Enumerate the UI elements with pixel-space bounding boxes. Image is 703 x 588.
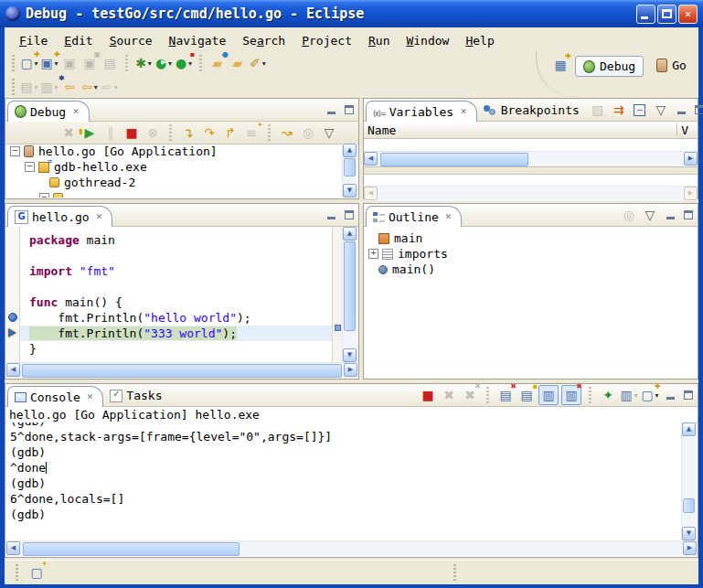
scroll-left-button[interactable]: ◀ <box>364 152 378 166</box>
debug-vscrollbar[interactable]: ▲ ▼ <box>342 144 357 198</box>
show-stderr-button[interactable]: ▥✖ <box>561 385 581 405</box>
dropdown-arrow-icon[interactable]: ▾ <box>94 83 98 91</box>
tree-item-imports[interactable]: +imports <box>365 246 697 262</box>
step-into-button[interactable]: ↴ <box>179 123 197 142</box>
view-minimize-button[interactable] <box>666 210 676 220</box>
debug-tree[interactable]: −hello.go [Go Application]−gdb-hello.exe… <box>6 144 342 198</box>
expand-icon[interactable]: + <box>368 249 378 259</box>
outline-tree[interactable]: main+importsmain() <box>365 227 697 378</box>
dropdown-arrow-icon[interactable]: ▾ <box>262 59 266 68</box>
resume-button[interactable]: ▶▮ <box>80 123 99 142</box>
current-line-marker[interactable] <box>335 325 341 331</box>
menu-project[interactable]: Project <box>294 32 359 49</box>
view-maximize-button[interactable] <box>344 210 355 220</box>
tree-item-gdb-hello-exe[interactable]: −gdb-hello.exe <box>6 159 342 175</box>
variables-hscrollbar[interactable]: ◀ ▶ <box>364 151 698 166</box>
step-over-button[interactable]: ↷ <box>200 123 218 142</box>
run-button[interactable]: ●▶▾ <box>154 54 173 72</box>
close-button[interactable]: ✕ <box>678 5 698 24</box>
tree-item-gothread-2[interactable]: gothread-2 <box>6 175 342 190</box>
clear-console-button[interactable]: ▤✖ <box>496 386 515 404</box>
display-selected-console-button[interactable]: ▥▾ <box>620 386 638 404</box>
perspective-go-button[interactable]: Go <box>649 56 694 75</box>
console-text-area[interactable]: (gdb)5^done,stack-args=[frame={level="0"… <box>6 422 697 540</box>
view-maximize-button[interactable] <box>683 210 694 220</box>
scroll-up-button[interactable]: ▲ <box>343 227 357 241</box>
tree-item[interactable]: − <box>6 190 342 198</box>
close-icon[interactable]: ✕ <box>72 107 80 116</box>
dropdown-arrow-icon[interactable]: ▾ <box>55 59 59 68</box>
debug-button[interactable]: ✱▾ <box>134 54 153 72</box>
scroll-thumb[interactable] <box>380 153 528 166</box>
dropdown-arrow-icon[interactable]: ▾ <box>168 59 172 68</box>
new-wizard-button[interactable]: ▢✚▾ <box>20 54 38 72</box>
scroll-right-button[interactable]: ▶ <box>683 541 697 555</box>
scroll-right-button[interactable]: ▶ <box>684 152 698 166</box>
scroll-thumb[interactable] <box>683 498 695 513</box>
collapse-icon[interactable]: − <box>39 193 49 198</box>
fast-view-button[interactable]: ▢✦ <box>27 563 46 582</box>
dropdown-arrow-icon[interactable]: ▾ <box>35 59 38 68</box>
step-return-button[interactable]: ↱ <box>221 123 240 142</box>
instruction-pointer-marker[interactable] <box>8 328 16 337</box>
scroll-down-button[interactable]: ▼ <box>682 527 696 540</box>
scroll-down-button[interactable]: ▼ <box>343 348 357 362</box>
tab-outline[interactable]: Outline✕ <box>366 206 462 227</box>
view-maximize-button[interactable] <box>694 105 703 115</box>
tab-variables[interactable]: Variables✕ <box>366 101 477 122</box>
show-logical-structures-button[interactable]: ⇉ <box>610 101 628 119</box>
scroll-left-button[interactable]: ◀ <box>6 541 20 555</box>
scroll-left-button[interactable]: ◀ <box>6 363 20 377</box>
menu-search[interactable]: Search <box>235 32 293 49</box>
search-button[interactable]: ✐▾ <box>249 54 267 72</box>
menu-navigate[interactable]: Navigate <box>162 32 234 49</box>
tab-breakpoints[interactable]: Breakpoints <box>477 100 589 121</box>
terminate-button[interactable]: ■ <box>419 386 437 404</box>
view-minimize-button[interactable] <box>326 210 337 220</box>
view-minimize-button[interactable] <box>676 105 687 115</box>
view-maximize-button[interactable] <box>344 105 355 115</box>
dropdown-arrow-icon[interactable]: ▾ <box>655 391 659 400</box>
open-perspective-button[interactable]: ▦✚ <box>551 56 570 74</box>
open-console-button[interactable]: ▢✚▾ <box>641 386 659 404</box>
open-resource-button[interactable]: ▰ <box>229 54 247 72</box>
scroll-down-button[interactable]: ▼ <box>343 184 357 198</box>
console-vscrollbar[interactable]: ▲ ▼ <box>681 422 697 540</box>
view-menu-button[interactable]: ▽ <box>652 101 670 119</box>
detail-pane-sash[interactable] <box>364 166 698 175</box>
close-icon[interactable]: ✕ <box>445 212 453 221</box>
close-icon[interactable]: ✕ <box>96 212 103 221</box>
tab-debug[interactable]: Debug✕ <box>7 101 90 122</box>
step-filters-button[interactable]: ↝ <box>278 123 296 142</box>
editor-hscrollbar[interactable]: ◀ ▶ <box>6 362 357 378</box>
breakpoint-marker[interactable] <box>8 313 17 322</box>
pin-console-button[interactable]: ✦ <box>599 386 617 404</box>
toolbar-grip[interactable] <box>12 79 15 95</box>
tree-item-main[interactable]: main() <box>365 262 697 277</box>
minimize-button[interactable] <box>636 5 655 24</box>
variables-table[interactable] <box>364 139 698 151</box>
toolbar-grip[interactable] <box>12 55 15 71</box>
scroll-up-button[interactable]: ▲ <box>343 144 357 157</box>
scroll-thumb[interactable] <box>23 542 240 556</box>
last-edit-location-button[interactable]: ⇦✱ <box>60 78 79 96</box>
tree-item-main[interactable]: main <box>365 230 697 246</box>
new-project-button[interactable]: ▣✚▾ <box>40 54 59 72</box>
close-icon[interactable]: ✕ <box>460 107 467 116</box>
tab-tasks[interactable]: Tasks <box>103 385 171 406</box>
column-value[interactable]: V <box>681 123 694 137</box>
scroll-thumb[interactable] <box>344 241 356 331</box>
view-maximize-button[interactable] <box>683 390 694 401</box>
open-artifact-button[interactable]: ▰● <box>208 54 227 72</box>
show-stdout-button[interactable]: ▥ <box>538 385 559 405</box>
menu-help[interactable]: Help <box>458 32 501 49</box>
editor-vscrollbar[interactable]: ▲ ▼ <box>342 227 357 362</box>
column-name[interactable]: Name <box>367 123 396 137</box>
collapse-all-button[interactable]: − <box>631 101 649 119</box>
view-menu-button[interactable]: ▽ <box>641 206 659 224</box>
close-icon[interactable]: ✕ <box>87 392 94 401</box>
back-button[interactable]: ⇦▾ <box>80 78 99 96</box>
editor-text-area[interactable]: package mainimport "fmt"func main() { fm… <box>20 227 333 362</box>
view-menu-button[interactable]: ▽ <box>320 123 338 142</box>
dropdown-arrow-icon[interactable]: ▾ <box>148 59 152 68</box>
